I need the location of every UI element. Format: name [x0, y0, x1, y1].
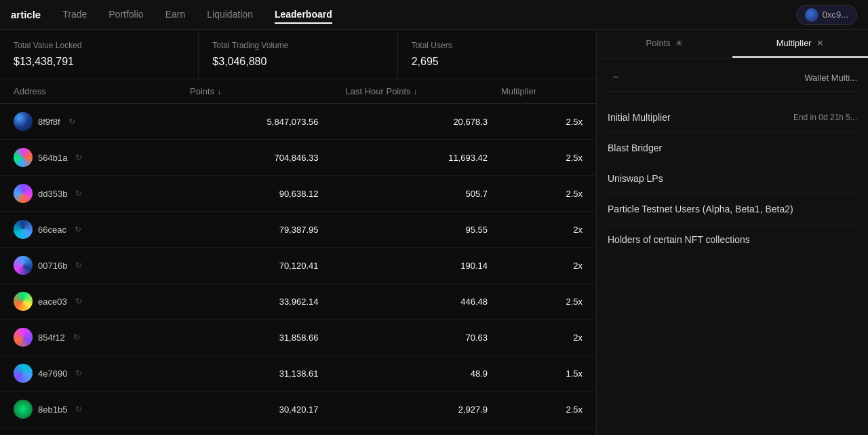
col-address-header: Address — [14, 86, 190, 96]
right-tabs: Points ✳ Multiplier ✕ — [597, 30, 868, 58]
address-text: 66ceac — [38, 225, 66, 235]
multiplier-section: Initial Multiplier End in 0d 21h 5... Bl… — [608, 102, 857, 254]
collapse-button[interactable]: − — [608, 69, 624, 86]
address-text: 854f12 — [38, 333, 65, 343]
refresh-icon[interactable]: ↻ — [75, 153, 82, 162]
address-text: 8f9f8f — [38, 117, 60, 127]
multiplier-value: 2x — [501, 225, 583, 235]
address-cell: 564b1a ↻ — [14, 148, 190, 167]
address-cell: dd353b ↻ — [14, 184, 190, 203]
table-row: 00716b ↻ 70,120.41 190.14 2x — [0, 248, 596, 284]
address-cell: 4e7690 ↻ — [14, 364, 190, 383]
multiplier-item-uniswap: Uniswap LPs — [608, 164, 857, 194]
last-hour-value: 190.14 — [346, 261, 502, 271]
last-hour-value: 446.48 — [346, 297, 502, 307]
points-value: 30,420.17 — [190, 404, 346, 415]
points-value: 31,138.61 — [190, 368, 346, 379]
volume-value: $3,046,880 — [212, 56, 383, 68]
table-row: 8eb1b5 ↻ 30,420.17 2,927.9 2.5x — [0, 392, 596, 428]
multiplier-value: 2.5x — [501, 404, 583, 415]
last-hour-value: 70.63 — [346, 333, 502, 343]
multiplier-item-nft: Holders of certain NFT collections — [608, 225, 857, 254]
multiplier-close-icon[interactable]: ✕ — [816, 38, 824, 48]
wallet-globe-icon — [805, 8, 818, 22]
tab-points[interactable]: Points ✳ — [597, 30, 732, 58]
points-value: 704,846.33 — [190, 153, 346, 163]
address-text: 00716b — [38, 261, 67, 271]
points-value: 70,120.41 — [190, 261, 346, 271]
main-container: Total Value Locked $13,438,791 Total Tra… — [0, 30, 868, 435]
table-header: Address Points ↓ Last Hour Points ↓ Mult… — [0, 79, 596, 104]
right-panel: Points ✳ Multiplier ✕ − Wallet Multi... … — [597, 30, 868, 435]
last-hour-value: 505.7 — [346, 189, 502, 199]
nav-portfolio[interactable]: Portfolio — [108, 6, 143, 24]
address-cell: 854f12 ↻ — [14, 328, 190, 347]
refresh-icon[interactable]: ↻ — [73, 333, 80, 342]
initial-multiplier-end: End in 0d 21h 5... — [793, 113, 857, 122]
stat-volume: Total Trading Volume $3,046,880 — [199, 30, 397, 79]
tab-multiplier[interactable]: Multiplier ✕ — [732, 30, 868, 58]
stats-row: Total Value Locked $13,438,791 Total Tra… — [0, 30, 596, 79]
nav-liquidation[interactable]: Liquidation — [207, 6, 253, 24]
initial-multiplier-row: Initial Multiplier End in 0d 21h 5... — [608, 102, 857, 133]
avatar — [14, 220, 33, 239]
nav-logo: article — [11, 9, 41, 20]
avatar — [14, 292, 33, 311]
points-value: 5,847,073.56 — [190, 117, 346, 127]
avatar — [14, 328, 33, 347]
last-hour-value: 20,678.3 — [346, 117, 502, 127]
multiplier-header: − Wallet Multi... — [608, 69, 857, 92]
stat-tvl: Total Value Locked $13,438,791 — [0, 30, 199, 79]
col-last-hour-header[interactable]: Last Hour Points ↓ — [346, 86, 502, 96]
multiplier-value: 2.5x — [501, 117, 583, 127]
wallet-badge[interactable]: 0xc9... — [796, 5, 857, 25]
last-hour-sort-icon: ↓ — [414, 87, 418, 96]
refresh-icon[interactable]: ↻ — [75, 261, 82, 270]
nav-right: 0xc9... — [796, 5, 857, 25]
nav-leaderboard[interactable]: Leaderboard — [275, 6, 332, 24]
nav-trade[interactable]: Trade — [62, 6, 87, 24]
top-nav: article Trade Portfolio Earn Liquidation… — [0, 0, 868, 30]
refresh-icon[interactable]: ↻ — [75, 368, 82, 378]
address-cell: 66ceac ↻ — [14, 220, 190, 239]
avatar — [14, 112, 33, 131]
refresh-icon[interactable]: ↻ — [75, 189, 82, 198]
avatar — [14, 148, 33, 167]
multiplier-value: 2.5x — [501, 189, 583, 199]
refresh-icon[interactable]: ↻ — [75, 225, 81, 234]
refresh-icon[interactable]: ↻ — [75, 404, 82, 414]
points-value: 79,387.95 — [190, 225, 346, 235]
last-hour-value: 48.9 — [346, 368, 502, 379]
table-row: 4e7690 ↻ 31,138.61 48.9 1.5x — [0, 356, 596, 392]
table-row: 8f9f8f ↻ 5,847,073.56 20,678.3 2.5x — [0, 104, 596, 140]
col-multiplier-header: Multiplier — [501, 86, 583, 96]
points-value: 31,858.66 — [190, 333, 346, 343]
address-text: 8eb1b5 — [38, 404, 67, 415]
tvl-label: Total Value Locked — [14, 41, 184, 50]
nav-items: Trade Portfolio Earn Liquidation Leaderb… — [62, 6, 796, 24]
points-value: 33,962.14 — [190, 297, 346, 307]
avatar — [14, 184, 33, 203]
multiplier-value: 2x — [501, 333, 583, 343]
multiplier-value: 2x — [501, 261, 583, 271]
points-sort-icon: ↓ — [217, 87, 221, 96]
points-spin-icon: ✳ — [675, 38, 683, 48]
table-row: 0acd70 ↻ 28,606.53 87.66 2x — [0, 428, 596, 435]
stat-users: Total Users 2,695 — [398, 30, 596, 79]
address-text: 4e7690 — [38, 368, 67, 379]
multiplier-item-testnet: Particle Testnet Users (Alpha, Beta1, Be… — [608, 194, 857, 225]
table-row: 854f12 ↻ 31,858.66 70.63 2x — [0, 320, 596, 356]
refresh-icon[interactable]: ↻ — [68, 117, 75, 126]
multiplier-value: 1.5x — [501, 368, 583, 379]
address-text: dd353b — [38, 189, 67, 199]
table-row: 66ceac ↻ 79,387.95 95.55 2x — [0, 212, 596, 248]
col-points-header[interactable]: Points ↓ — [190, 86, 346, 96]
points-value: 90,638.12 — [190, 189, 346, 199]
address-text: eace03 — [38, 297, 67, 307]
multiplier-value: 2.5x — [501, 297, 583, 307]
nav-earn[interactable]: Earn — [165, 6, 186, 24]
initial-multiplier-title: Initial Multiplier — [608, 112, 671, 123]
last-hour-value: 11,693.42 — [346, 153, 502, 163]
refresh-icon[interactable]: ↻ — [75, 297, 82, 306]
address-cell: 8f9f8f ↻ — [14, 112, 190, 131]
